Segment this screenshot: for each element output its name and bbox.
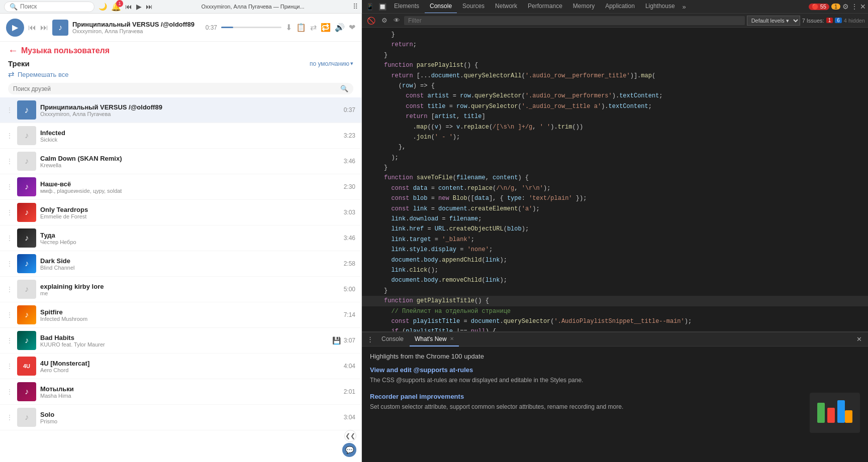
clear-console-button[interactable]: 🚫 [365, 17, 377, 25]
track-menu-icon[interactable]: ⋮ [6, 183, 13, 191]
svg-rect-1 [827, 408, 835, 423]
search-box[interactable]: 🔍 [4, 2, 94, 12]
tab-elements[interactable]: Elements [389, 0, 424, 14]
track-menu-icon[interactable]: ⋮ [6, 260, 13, 268]
code-line: link.click(); [362, 265, 868, 275]
tab-memory[interactable]: Memory [568, 0, 600, 14]
search-input[interactable] [20, 3, 70, 10]
player-prev-button[interactable]: ⏮ [28, 23, 36, 32]
tracks-title: Треки [8, 59, 30, 68]
tab-sources[interactable]: Sources [457, 0, 490, 14]
chat-icon[interactable]: 💬 [342, 443, 356, 457]
volume-button[interactable]: 🔊 [335, 23, 345, 32]
track-item[interactable]: ⋮♪Only TeardropsEmmelie de Forest3:03 [0, 200, 361, 225]
track-item[interactable]: ⋮♪Наше-всёммф., plagueинside, цуру, sold… [0, 174, 361, 200]
prev-button[interactable]: ⏮ [125, 3, 132, 11]
bottom-tab-console[interactable]: Console [376, 332, 409, 346]
eye-button[interactable]: 👁 [392, 17, 402, 24]
track-item[interactable]: ⋮♪explaining kirby loreme5:00 [0, 277, 361, 302]
whatsnew-link-1[interactable]: View and edit @supports at-rules [370, 366, 860, 374]
devtools-close-button[interactable]: ✕ [860, 3, 866, 11]
track-menu-icon[interactable]: ⋮ [6, 362, 13, 370]
track-artist: Blind Channel [40, 265, 340, 271]
track-item[interactable]: ⋮♪SpitfireInfected Mushroom7:14 [0, 302, 361, 328]
track-menu-icon[interactable]: ⋮ [6, 106, 13, 114]
track-artist: Prismo [40, 418, 340, 424]
devtools-select-icon[interactable]: 🔲 [376, 3, 389, 11]
track-item[interactable]: ⋮♪Принципиальный VERSUS /@oldoff89Oxxxym… [0, 97, 361, 123]
note-thumb: ♪ [52, 20, 68, 36]
track-menu-icon[interactable]: ⋮ [6, 208, 13, 216]
track-thumbnail: ♪ [17, 254, 36, 273]
track-item[interactable]: ⋮4U4U [Monstercat]Aero Chord4:04 [0, 354, 361, 379]
tracks-header: Треки по умолчанию ▾ [0, 57, 361, 69]
track-item[interactable]: ⋮♪InfectedSickick3:23 [0, 123, 361, 149]
sort-label[interactable]: по умолчанию [310, 60, 349, 67]
bottom-tab-whatsnew[interactable]: What's New ✕ [410, 332, 459, 346]
more-player-button[interactable]: ❤ [349, 23, 355, 32]
track-item[interactable]: ⋮♪Calm Down (SKAN Remix)Krewella3:46 [0, 149, 361, 174]
filter-input[interactable] [404, 16, 745, 25]
whatsnew-close-icon[interactable]: ✕ [450, 336, 454, 341]
track-menu-icon[interactable]: ⋮ [6, 336, 13, 344]
devtools-settings-button[interactable]: ⚙ [842, 3, 849, 11]
track-menu-icon[interactable]: ⋮ [6, 413, 13, 421]
track-item[interactable]: ⋮♪Bad HabitsKUURO feat. Tylor Maurer💾3:0… [0, 328, 361, 354]
devtools-vertical-dots-button[interactable]: ⋮ [851, 3, 858, 11]
friends-search-box[interactable]: 🔍 [8, 83, 353, 94]
tab-console[interactable]: Console [425, 0, 457, 14]
next-button[interactable]: ⏭ [146, 3, 153, 11]
track-menu-icon[interactable]: ⋮ [6, 157, 13, 165]
repeat-button[interactable]: 🔁 [321, 23, 331, 32]
track-save-icon[interactable]: 💾 [332, 336, 341, 344]
vk-music-panel: ▶ ⏮ ⏭ ♪ Принципиальный VERSUS /@oldoff89… [0, 14, 362, 462]
play-pause-button[interactable]: ▶ [136, 3, 142, 11]
shuffle-all-button[interactable]: ⇄ Перемешать все [8, 70, 68, 79]
devtools-more-icon[interactable]: » [681, 3, 688, 11]
tab-lighthouse[interactable]: Lighthouse [640, 0, 680, 14]
grid-icon[interactable]: ⠿ [353, 3, 358, 11]
player-next-button[interactable]: ⏭ [40, 23, 48, 32]
track-menu-icon[interactable]: ⋮ [6, 285, 13, 293]
scroll-arrow-down[interactable]: ❮❮ [344, 430, 356, 442]
track-menu-icon[interactable]: ⋮ [6, 388, 13, 396]
bottom-vertical-dots[interactable]: ⋮ [365, 335, 375, 343]
code-line: .map((v) => v.replace(/[\s\n ]+/g, ' ').… [362, 122, 868, 132]
playlist-button[interactable]: 📋 [296, 23, 306, 32]
whatsnew-link-2[interactable]: Recorder panel improvements [370, 393, 804, 400]
tab-application[interactable]: Application [600, 0, 640, 14]
main-play-button[interactable]: ▶ [6, 19, 24, 37]
track-menu-icon[interactable]: ⋮ [6, 311, 13, 319]
track-thumbnail: ♪ [17, 331, 36, 350]
console-settings-button[interactable]: ⚙ [379, 17, 390, 24]
track-item[interactable]: ⋮♪МотылькиMasha Hima2:01 [0, 379, 361, 405]
code-line: return [artist, title] [362, 111, 868, 122]
devtools-topbar: 📱 🔲 Elements Console Sources Network Per… [362, 0, 868, 14]
track-menu-icon[interactable]: ⋮ [6, 132, 13, 140]
track-title: Calm Down (SKAN Remix) [40, 155, 340, 162]
code-line: if (playlistTitle !== null) { [362, 326, 868, 331]
whatsnew-desc-2: Set custom selector attribute, support c… [370, 402, 804, 411]
bottom-tabs-bar: ⋮ Console What's New ✕ ✕ [362, 332, 868, 346]
tab-network[interactable]: Network [490, 0, 522, 14]
track-item[interactable]: ⋮♪ТудаЧестер Небро3:46 [0, 225, 361, 251]
track-artist: Aero Chord [40, 367, 340, 373]
track-item[interactable]: ⋮♪Dark SideBlind Channel2:58 [0, 251, 361, 277]
log-levels-select[interactable]: Default levels ▾ [747, 16, 800, 26]
code-area[interactable]: } return; } function parsePlaylist() { r… [362, 28, 868, 331]
track-title: 4U [Monstercat] [40, 360, 340, 367]
track-menu-icon[interactable]: ⋮ [6, 234, 13, 242]
track-title: Туда [40, 232, 340, 239]
tab-performance[interactable]: Performance [523, 0, 567, 14]
bottom-close-icon[interactable]: ✕ [853, 335, 865, 343]
track-item[interactable]: ⋮♪SoloPrismo3:04 [0, 405, 361, 430]
moon-icon[interactable]: 🌙 [99, 3, 107, 11]
download-button[interactable]: ⬇ [285, 23, 292, 32]
tracks-list: ⋮♪Принципиальный VERSUS /@oldoff89Oxxxym… [0, 97, 361, 462]
track-meta: МотылькиMasha Hima [40, 385, 340, 399]
devtools-device-icon[interactable]: 📱 [364, 3, 376, 11]
shuffle-player-button[interactable]: ⇄ [310, 23, 317, 32]
friends-search-input[interactable] [13, 85, 337, 92]
progress-bar[interactable] [221, 27, 281, 28]
sort-chevron-icon[interactable]: ▾ [350, 60, 353, 67]
